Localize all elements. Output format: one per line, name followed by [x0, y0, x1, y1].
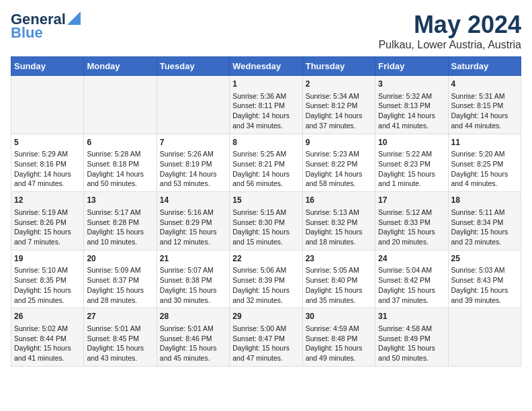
calendar-week-row: 12Sunrise: 5:19 AM Sunset: 8:26 PM Dayli… [11, 192, 521, 250]
calendar-cell: 13Sunrise: 5:17 AM Sunset: 8:28 PM Dayli… [84, 192, 157, 250]
calendar-cell: 8Sunrise: 5:25 AM Sunset: 8:21 PM Daylig… [230, 134, 302, 192]
day-number: 7 [160, 137, 226, 148]
day-info: Sunrise: 5:20 AM Sunset: 8:25 PM Dayligh… [451, 149, 518, 189]
day-info: Sunrise: 5:01 AM Sunset: 8:46 PM Dayligh… [160, 324, 226, 363]
day-info: Sunrise: 5:25 AM Sunset: 8:21 PM Dayligh… [232, 149, 299, 189]
day-number: 27 [87, 311, 153, 322]
subtitle: Pulkau, Lower Austria, Austria [378, 39, 521, 51]
calendar-cell: 20Sunrise: 5:09 AM Sunset: 8:37 PM Dayli… [84, 250, 157, 308]
day-number: 10 [378, 137, 445, 148]
day-number: 4 [451, 79, 518, 90]
day-info: Sunrise: 5:36 AM Sunset: 8:11 PM Dayligh… [232, 91, 299, 131]
day-number: 31 [378, 311, 445, 322]
calendar-cell: 18Sunrise: 5:11 AM Sunset: 8:34 PM Dayli… [448, 192, 521, 250]
day-info: Sunrise: 5:15 AM Sunset: 8:30 PM Dayligh… [232, 208, 299, 247]
day-info: Sunrise: 5:16 AM Sunset: 8:29 PM Dayligh… [160, 208, 226, 247]
day-info: Sunrise: 5:13 AM Sunset: 8:32 PM Dayligh… [306, 208, 372, 247]
day-number: 29 [232, 311, 299, 322]
calendar-cell: 27Sunrise: 5:01 AM Sunset: 8:45 PM Dayli… [84, 308, 157, 367]
col-header-sunday: Sunday [11, 57, 84, 76]
col-header-wednesday: Wednesday [230, 57, 302, 76]
day-info: Sunrise: 5:06 AM Sunset: 8:39 PM Dayligh… [232, 265, 299, 305]
day-number: 17 [378, 195, 445, 206]
title-area: May 2024 Pulkau, Lower Austria, Austria [378, 11, 521, 51]
calendar-cell [84, 76, 157, 134]
calendar-cell: 5Sunrise: 5:29 AM Sunset: 8:16 PM Daylig… [11, 134, 84, 192]
day-number: 8 [232, 137, 299, 148]
calendar-cell: 6Sunrise: 5:28 AM Sunset: 8:18 PM Daylig… [84, 134, 157, 192]
calendar-cell: 24Sunrise: 5:04 AM Sunset: 8:42 PM Dayli… [375, 250, 448, 308]
day-info: Sunrise: 5:05 AM Sunset: 8:40 PM Dayligh… [306, 265, 372, 305]
calendar-cell: 29Sunrise: 5:00 AM Sunset: 8:47 PM Dayli… [230, 308, 302, 367]
day-number: 21 [160, 253, 226, 265]
calendar-cell: 30Sunrise: 4:59 AM Sunset: 8:48 PM Dayli… [302, 308, 375, 367]
day-info: Sunrise: 5:00 AM Sunset: 8:47 PM Dayligh… [232, 324, 299, 363]
calendar-week-row: 19Sunrise: 5:10 AM Sunset: 8:35 PM Dayli… [11, 250, 521, 308]
day-info: Sunrise: 4:58 AM Sunset: 8:49 PM Dayligh… [378, 324, 445, 363]
day-info: Sunrise: 5:02 AM Sunset: 8:44 PM Dayligh… [14, 324, 81, 363]
calendar-cell: 7Sunrise: 5:26 AM Sunset: 8:19 PM Daylig… [157, 134, 229, 192]
calendar-cell: 15Sunrise: 5:15 AM Sunset: 8:30 PM Dayli… [230, 192, 302, 250]
calendar-cell: 17Sunrise: 5:12 AM Sunset: 8:33 PM Dayli… [375, 192, 448, 250]
calendar-cell: 28Sunrise: 5:01 AM Sunset: 8:46 PM Dayli… [157, 308, 229, 367]
logo-triangle-icon [67, 11, 81, 25]
day-info: Sunrise: 5:07 AM Sunset: 8:38 PM Dayligh… [160, 265, 226, 305]
calendar-cell: 23Sunrise: 5:05 AM Sunset: 8:40 PM Dayli… [302, 250, 375, 308]
calendar-cell: 11Sunrise: 5:20 AM Sunset: 8:25 PM Dayli… [448, 134, 521, 192]
day-number: 20 [87, 253, 153, 265]
calendar-cell: 4Sunrise: 5:31 AM Sunset: 8:15 PM Daylig… [448, 76, 521, 134]
day-info: Sunrise: 5:09 AM Sunset: 8:37 PM Dayligh… [87, 265, 153, 305]
calendar-cell: 1Sunrise: 5:36 AM Sunset: 8:11 PM Daylig… [230, 76, 302, 134]
day-info: Sunrise: 5:01 AM Sunset: 8:45 PM Dayligh… [87, 324, 153, 363]
day-info: Sunrise: 5:19 AM Sunset: 8:26 PM Dayligh… [14, 208, 81, 247]
day-number: 23 [306, 253, 372, 265]
calendar-cell: 2Sunrise: 5:34 AM Sunset: 8:12 PM Daylig… [302, 76, 375, 134]
day-info: Sunrise: 5:29 AM Sunset: 8:16 PM Dayligh… [14, 149, 81, 189]
logo-blue: Blue [11, 24, 43, 42]
col-header-thursday: Thursday [302, 57, 375, 76]
day-number: 9 [306, 137, 372, 148]
calendar-cell: 21Sunrise: 5:07 AM Sunset: 8:38 PM Dayli… [157, 250, 229, 308]
day-number: 16 [306, 195, 372, 206]
calendar-cell: 26Sunrise: 5:02 AM Sunset: 8:44 PM Dayli… [11, 308, 84, 367]
logo: General Blue [11, 11, 81, 42]
day-info: Sunrise: 5:12 AM Sunset: 8:33 PM Dayligh… [378, 208, 445, 247]
day-number: 1 [232, 79, 299, 90]
calendar-cell [448, 308, 521, 367]
day-number: 24 [378, 253, 445, 265]
calendar-cell: 25Sunrise: 5:03 AM Sunset: 8:43 PM Dayli… [448, 250, 521, 308]
day-number: 11 [451, 137, 518, 148]
day-info: Sunrise: 5:26 AM Sunset: 8:19 PM Dayligh… [160, 149, 226, 189]
day-info: Sunrise: 5:03 AM Sunset: 8:43 PM Dayligh… [451, 265, 518, 305]
day-number: 13 [87, 195, 153, 206]
calendar-cell: 9Sunrise: 5:23 AM Sunset: 8:22 PM Daylig… [302, 134, 375, 192]
col-header-saturday: Saturday [448, 57, 521, 76]
calendar-table: SundayMondayTuesdayWednesdayThursdayFrid… [11, 56, 521, 367]
day-info: Sunrise: 5:28 AM Sunset: 8:18 PM Dayligh… [87, 149, 153, 189]
col-header-tuesday: Tuesday [157, 57, 229, 76]
col-header-friday: Friday [375, 57, 448, 76]
calendar-cell: 3Sunrise: 5:32 AM Sunset: 8:13 PM Daylig… [375, 76, 448, 134]
day-number: 2 [306, 79, 372, 90]
day-number: 19 [14, 253, 81, 265]
day-info: Sunrise: 5:11 AM Sunset: 8:34 PM Dayligh… [451, 208, 518, 247]
day-number: 30 [306, 311, 372, 322]
calendar-week-row: 26Sunrise: 5:02 AM Sunset: 8:44 PM Dayli… [11, 308, 521, 367]
svg-marker-0 [67, 11, 81, 25]
page-header: General Blue May 2024 Pulkau, Lower Aust… [11, 11, 521, 51]
day-number: 5 [14, 137, 81, 148]
calendar-cell [157, 76, 229, 134]
day-info: Sunrise: 5:34 AM Sunset: 8:12 PM Dayligh… [306, 91, 372, 131]
calendar-cell: 12Sunrise: 5:19 AM Sunset: 8:26 PM Dayli… [11, 192, 84, 250]
day-number: 6 [87, 137, 153, 148]
day-info: Sunrise: 5:31 AM Sunset: 8:15 PM Dayligh… [451, 91, 518, 131]
day-info: Sunrise: 5:04 AM Sunset: 8:42 PM Dayligh… [378, 265, 445, 305]
calendar-cell [11, 76, 84, 134]
calendar-cell: 14Sunrise: 5:16 AM Sunset: 8:29 PM Dayli… [157, 192, 229, 250]
day-number: 26 [14, 311, 81, 322]
calendar-header-row: SundayMondayTuesdayWednesdayThursdayFrid… [11, 57, 521, 76]
day-number: 25 [451, 253, 518, 265]
day-number: 22 [232, 253, 299, 265]
day-number: 12 [14, 195, 81, 206]
calendar-cell: 22Sunrise: 5:06 AM Sunset: 8:39 PM Dayli… [230, 250, 302, 308]
